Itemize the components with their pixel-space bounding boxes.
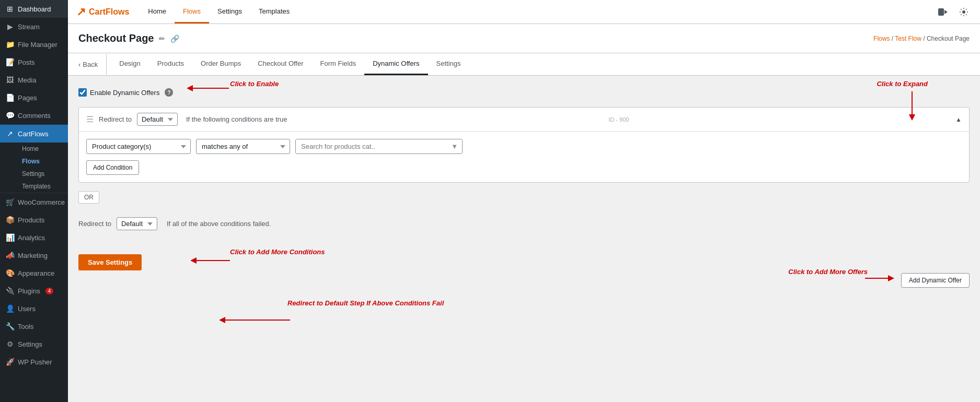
sidebar-item-wp-pusher[interactable]: 🚀 WP Pusher: [0, 353, 68, 371]
sidebar-item-pages[interactable]: 📄 Pages: [0, 89, 68, 107]
sidebar-item-media[interactable]: 🖼 Media: [0, 71, 68, 89]
sidebar-label: Tools: [18, 323, 33, 330]
sidebar-label: CartFlows: [18, 130, 49, 138]
breadcrumb-current: Checkout Page: [927, 35, 970, 42]
sidebar-item-appearance[interactable]: 🎨 Appearance: [0, 264, 68, 282]
sidebar-item-plugins[interactable]: 🔌 Plugins 4: [0, 282, 68, 300]
sidebar-item-woocommerce[interactable]: 🛒 WooCommerce: [0, 193, 68, 211]
tools-icon: 🔧: [5, 322, 15, 331]
sidebar-item-products[interactable]: 📦 Products: [0, 211, 68, 229]
add-dynamic-offer-button[interactable]: Add Dynamic Offer: [901, 273, 970, 288]
tab-dynamic-offers[interactable]: Dynamic Offers: [364, 53, 428, 75]
sidebar-sub-templates[interactable]: Templates: [13, 180, 68, 193]
enable-dynamic-offers-checkbox[interactable]: [78, 88, 87, 97]
enable-row: Enable Dynamic Offers ?: [78, 88, 970, 97]
back-tab[interactable]: ‹ Back: [78, 54, 107, 75]
topbar-settings[interactable]: Settings: [209, 0, 250, 23]
plugins-badge: 4: [45, 288, 54, 294]
page-header: Checkout Page ✏ 🔗 Flows / Test Flow / Ch…: [68, 24, 980, 53]
offer-card-header: ☰ Redirect to Default Page 1 If the foll…: [79, 108, 969, 132]
help-icon[interactable]: ?: [165, 88, 173, 97]
sidebar-item-comments[interactable]: 💬 Comments: [0, 107, 68, 124]
appearance-icon: 🎨: [5, 268, 15, 278]
sidebar-item-file-manager[interactable]: 📁 File Manager: [0, 36, 68, 53]
sidebar-item-users[interactable]: 👤 Users: [0, 300, 68, 317]
sidebar-item-dashboard[interactable]: ⊞ Dashboard: [0, 0, 68, 18]
wp-pusher-icon: 🚀: [5, 357, 15, 366]
breadcrumb-flows-link[interactable]: Flows: [873, 35, 890, 42]
sidebar-sub-flows[interactable]: Flows: [13, 155, 68, 168]
sidebar-item-marketing[interactable]: 📣 Marketing: [0, 246, 68, 264]
sidebar-label: Comments: [18, 112, 51, 120]
sidebar-item-cartflows[interactable]: ↗ CartFlows: [0, 125, 68, 143]
offer-card-conditions: Product category(s) Product Cart Total m…: [79, 132, 969, 182]
sidebar-item-settings[interactable]: ⚙ Settings: [0, 335, 68, 353]
topbar-actions: [935, 4, 972, 20]
sidebar-label: Products: [18, 216, 44, 224]
topbar-nav: Home Flows Settings Templates: [140, 0, 298, 23]
arrow-redirect-default: [220, 315, 293, 330]
sub-templates-label: Templates: [22, 183, 51, 190]
sub-flows-label: Flows: [22, 158, 40, 165]
topbar-settings-gear-icon[interactable]: [956, 4, 972, 20]
back-label: Back: [83, 61, 98, 68]
tab-settings[interactable]: Settings: [428, 53, 469, 75]
condition-type-select[interactable]: Product category(s) Product Cart Total: [86, 139, 191, 154]
stream-icon: ▶: [5, 22, 15, 31]
tab-form-fields[interactable]: Form Fields: [312, 53, 365, 75]
product-search-input[interactable]: [296, 139, 447, 153]
redirect-to-select[interactable]: Default Page 1: [137, 113, 178, 126]
product-search-wrap: ▼: [295, 139, 463, 154]
tab-checkout-offer[interactable]: Checkout Offer: [249, 53, 312, 75]
search-chevron-icon[interactable]: ▼: [447, 139, 462, 153]
sidebar-item-posts[interactable]: 📝 Posts: [0, 53, 68, 71]
offer-card: ☰ Redirect to Default Page 1 If the foll…: [78, 107, 970, 183]
cartflows-icon: ↗: [5, 129, 15, 138]
comments-icon: 💬: [5, 111, 15, 120]
expand-button[interactable]: ▲: [955, 116, 962, 123]
tab-design[interactable]: Design: [111, 53, 148, 75]
topbar-home[interactable]: Home: [140, 0, 175, 23]
breadcrumb: Flows / Test Flow / Checkout Page: [873, 35, 970, 42]
sidebar-item-tools[interactable]: 🔧 Tools: [0, 317, 68, 335]
condition-match-select[interactable]: matches any of matches all of does not m…: [196, 139, 290, 154]
sidebar-item-stream[interactable]: ▶ Stream: [0, 18, 68, 36]
file-manager-icon: 📁: [5, 40, 15, 49]
save-settings-button[interactable]: Save Settings: [78, 254, 142, 270]
or-divider: OR: [78, 191, 970, 204]
enable-dynamic-offers-label[interactable]: Enable Dynamic Offers: [78, 88, 159, 97]
cartflows-submenu: Home Flows Settings Templates: [0, 143, 68, 193]
drag-handle-icon[interactable]: ☰: [86, 114, 94, 124]
external-link-icon[interactable]: 🔗: [170, 34, 179, 43]
sidebar-label: Dashboard: [18, 5, 51, 13]
dynamic-offers-panel: Enable Dynamic Offers ? Click to Enable …: [68, 76, 980, 283]
edit-title-icon[interactable]: ✏: [159, 34, 165, 43]
page-title-row: Checkout Page ✏ 🔗: [78, 32, 179, 44]
fallback-redirect-select[interactable]: Default Page 1: [117, 217, 157, 230]
sidebar-label: WP Pusher: [18, 358, 52, 366]
users-icon: 👤: [5, 304, 15, 313]
fallback-redirect-label: Redirect to: [78, 220, 111, 228]
add-offer-btn-area: Add Dynamic Offer: [901, 273, 970, 288]
fallback-text: If all of the above conditions failed.: [167, 220, 271, 228]
topbar-templates[interactable]: Templates: [250, 0, 298, 23]
topbar-video-icon[interactable]: [935, 4, 951, 20]
annotation-click-enable: Click to Enable: [230, 80, 279, 88]
topbar: ↗ CartFlows Home Flows Settings Template…: [68, 0, 980, 24]
plugins-icon: 🔌: [5, 286, 15, 295]
breadcrumb-testflow-link[interactable]: Test Flow: [895, 35, 921, 42]
sidebar-item-analytics[interactable]: 📊 Analytics: [0, 229, 68, 246]
tab-dynamic-offers-label: Dynamic Offers: [373, 60, 419, 67]
main-area: ↗ CartFlows Home Flows Settings Template…: [68, 0, 980, 402]
sidebar-sub-home[interactable]: Home: [13, 143, 68, 155]
pages-icon: 📄: [5, 93, 15, 102]
tab-products-label: Products: [157, 60, 184, 67]
posts-icon: 📝: [5, 57, 15, 67]
tab-design-label: Design: [119, 60, 140, 67]
tab-order-bumps[interactable]: Order Bumps: [192, 53, 249, 75]
sidebar-label: Plugins: [18, 287, 40, 295]
add-condition-button[interactable]: Add Condition: [86, 160, 139, 175]
tab-products[interactable]: Products: [149, 53, 192, 75]
topbar-flows[interactable]: Flows: [175, 0, 209, 23]
sidebar-sub-settings[interactable]: Settings: [13, 168, 68, 180]
